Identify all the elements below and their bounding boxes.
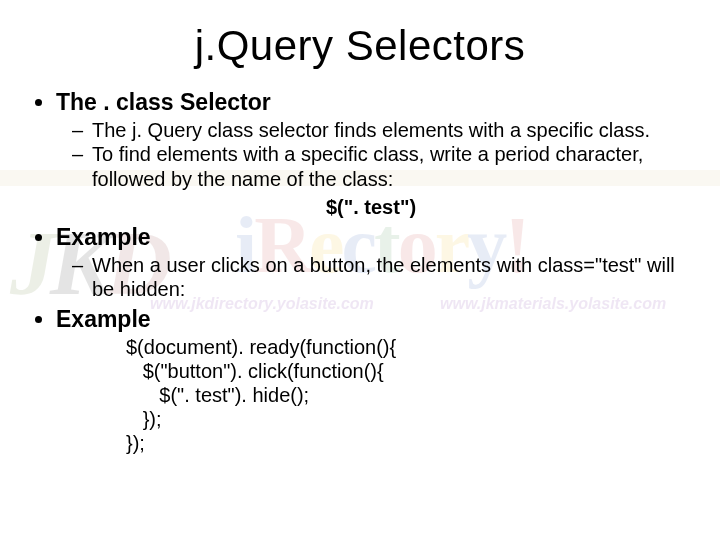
sub-list-1: The j. Query class selector finds elemen…	[56, 118, 686, 191]
bullet-list: The . class Selector The j. Query class …	[34, 88, 686, 455]
code-line: });	[126, 432, 145, 454]
sub-item: When a user clicks on a button, the elem…	[92, 253, 686, 302]
inline-code: $(". test")	[56, 195, 686, 219]
sub-list-2: When a user clicks on a button, the elem…	[56, 253, 686, 302]
bullet-example-2: Example $(document). ready(function(){ $…	[56, 305, 686, 455]
code-line: $("button"). click(function(){	[126, 360, 384, 382]
slide-title: j.Query Selectors	[34, 22, 686, 70]
code-line: $(document). ready(function(){	[126, 336, 396, 358]
bullet-label: The . class Selector	[56, 89, 271, 115]
bullet-label: Example	[56, 224, 151, 250]
sub-item: To find elements with a specific class, …	[92, 142, 686, 191]
bullet-class-selector: The . class Selector The j. Query class …	[56, 88, 686, 220]
sub-item: The j. Query class selector finds elemen…	[92, 118, 686, 142]
bullet-example-1: Example When a user clicks on a button, …	[56, 223, 686, 302]
code-line: });	[126, 408, 162, 430]
bullet-label: Example	[56, 306, 151, 332]
slide-content: j.Query Selectors The . class Selector T…	[0, 0, 720, 540]
code-line: $(". test"). hide();	[126, 384, 309, 406]
code-block: $(document). ready(function(){ $("button…	[126, 335, 686, 455]
